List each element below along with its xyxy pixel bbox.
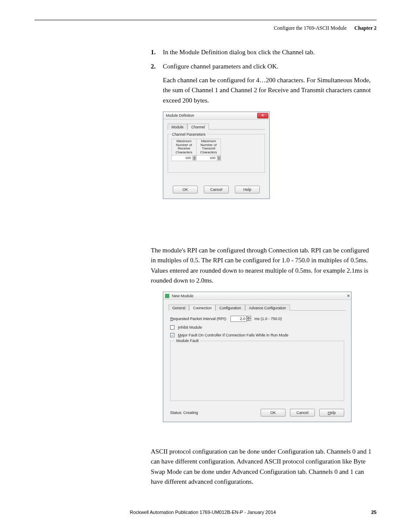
help-button[interactable]: Help [319, 409, 344, 417]
module-definition-dialog: Module Definition ✕ Module Channel Chann… [163, 112, 270, 199]
majorfault-checkbox[interactable]: ✓ [170, 333, 174, 337]
spinner-buttons[interactable]: ▴▾ [247, 316, 251, 322]
fieldset-label: Channel Parameters [171, 132, 207, 137]
new-module-dialog: New Module ✕ General Connection Configur… [163, 292, 352, 422]
header-title: Configure the 1769-ASCII Module [274, 25, 347, 31]
rpi-label: Requested Packet Interval (RPI): [170, 317, 227, 321]
module-fault-group: Module Fault [170, 341, 344, 401]
cancel-button[interactable]: Cancel [290, 409, 315, 417]
page-footer: Rockwell Automation Publication 1769-UM0… [34, 510, 377, 515]
module-fault-label: Module Fault [175, 339, 200, 343]
publication-info: Rockwell Automation Publication 1769-UM0… [34, 510, 371, 515]
dialog2-title: New Module [172, 294, 193, 298]
rpi-range: ms (1.0 - 750.0) [255, 317, 282, 321]
tab-module[interactable]: Module [168, 124, 187, 130]
step-2: Configure channel parameters and click O… [151, 62, 372, 72]
page-header: Configure the 1769-ASCII Module Chapter … [274, 25, 377, 31]
dialog-title: Module Definition [166, 113, 194, 118]
step-1: In the Module Definition dialog box clic… [151, 47, 372, 57]
ok-button[interactable]: OK [173, 186, 198, 193]
transmit-chars-input[interactable]: 100 [196, 156, 216, 161]
ok-button[interactable]: OK [261, 409, 286, 417]
channel-parameters-fieldset: Channel Parameters Maximum Number of Rec… [168, 134, 265, 173]
rpi-input[interactable]: 2.0 [230, 316, 247, 322]
dialog-titlebar: Module Definition ✕ [163, 112, 269, 120]
receive-chars-input[interactable]: 100 [172, 156, 192, 161]
spinner-buttons[interactable]: ▴▾ [193, 156, 196, 160]
cancel-button[interactable]: Cancel [204, 186, 229, 193]
paragraph-rpi: The module's RPI can be configured throu… [151, 246, 372, 286]
close-icon[interactable]: ✕ [347, 294, 350, 298]
inhibit-label: Inhibit Module [178, 325, 202, 330]
tab-connection[interactable]: Connection [189, 305, 215, 311]
tab-advance-configuration[interactable]: Advance Configuration [245, 305, 290, 311]
paragraph-channel-limits: Each channel can be configured for 4…200… [163, 75, 372, 106]
paragraph-ascii-config: ASCII protocol configuration can be done… [151, 447, 372, 487]
chapter-label: Chapter 2 [355, 25, 377, 31]
close-icon[interactable]: ✕ [257, 113, 268, 118]
page-number: 25 [371, 510, 377, 515]
col-receive: Maximum Number of Receive Characters [172, 139, 196, 155]
spinner-buttons[interactable]: ▴▾ [217, 156, 221, 160]
col-transmit: Maximum Number of Transmit Characters [196, 139, 221, 155]
app-icon [165, 294, 169, 298]
steps-list: In the Module Definition dialog box clic… [151, 47, 372, 71]
inhibit-checkbox[interactable] [170, 325, 174, 330]
dialog-tabs: Module Channel [168, 123, 265, 130]
status-text: Status: Creating [170, 411, 198, 415]
tab-general[interactable]: General [168, 305, 189, 311]
channel-params-table: Maximum Number of Receive Characters Max… [171, 139, 221, 161]
majorfault-label: Major Fault On Controller If Connection … [178, 333, 289, 337]
tab-configuration[interactable]: Configuration [215, 305, 245, 311]
help-button[interactable]: Help [235, 186, 260, 193]
tab-channel[interactable]: Channel [187, 124, 209, 130]
